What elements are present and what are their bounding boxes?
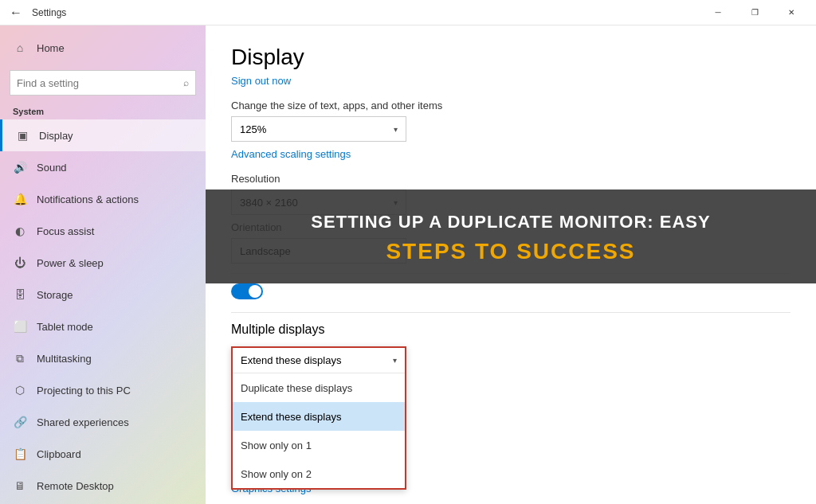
scale-label: Change the size of text, apps, and other… bbox=[231, 100, 790, 111]
home-icon: ⌂ bbox=[13, 41, 27, 55]
sidebar-item-projecting[interactable]: ⬡ Projecting to this PC bbox=[0, 374, 206, 406]
sidebar-item-power[interactable]: ⏻ Power & sleep bbox=[0, 247, 206, 279]
sign-out-link[interactable]: Sign out now bbox=[231, 75, 790, 87]
multitasking-icon: ⧉ bbox=[13, 351, 27, 365]
sidebar-item-home[interactable]: ⌂ Home bbox=[0, 32, 206, 64]
dropdown-current-value: Extend these displays bbox=[241, 354, 341, 366]
multiple-displays-dropdown[interactable]: Extend these displays ▾ Duplicate these … bbox=[231, 346, 406, 490]
dropdown-option-extend[interactable]: Extend these displays bbox=[233, 402, 405, 431]
multiple-displays-label: Multiple displays bbox=[231, 322, 790, 337]
scale-value: 125% bbox=[240, 123, 266, 135]
sidebar-clipboard-label: Clipboard bbox=[37, 448, 81, 460]
sidebar-storage-label: Storage bbox=[37, 289, 73, 301]
power-icon: ⏻ bbox=[13, 256, 27, 270]
sidebar-home-label: Home bbox=[37, 42, 65, 54]
resolution-label: Resolution bbox=[231, 173, 790, 185]
minimize-button[interactable]: ─ bbox=[700, 0, 736, 25]
back-button[interactable]: ← bbox=[6, 3, 26, 22]
sidebar-shared-label: Shared experiences bbox=[37, 416, 129, 428]
dropdown-trigger[interactable]: Extend these displays ▾ bbox=[233, 348, 405, 373]
divider-2 bbox=[231, 312, 790, 313]
sidebar-item-display[interactable]: ▣ Display bbox=[0, 119, 206, 151]
restore-button[interactable]: ❐ bbox=[736, 0, 773, 25]
search-icon: ⌕ bbox=[183, 77, 189, 88]
overlay-title: SETTING UP A DUPLICATE MONITOR: EASY bbox=[222, 212, 800, 232]
sidebar-item-notifications[interactable]: 🔔 Notifications & actions bbox=[0, 183, 206, 215]
dropdown-open-arrow: ▾ bbox=[393, 356, 397, 365]
brightness-toggle[interactable] bbox=[231, 283, 263, 299]
title-bar: ← Settings ─ ❐ ✕ bbox=[0, 0, 816, 25]
sidebar-item-remote[interactable]: 🖥 Remote Desktop bbox=[0, 470, 206, 502]
sidebar-tablet-label: Tablet mode bbox=[37, 321, 93, 333]
sidebar-display-label: Display bbox=[39, 130, 73, 142]
sidebar-item-shared[interactable]: 🔗 Shared experiences bbox=[0, 406, 206, 438]
sound-icon: 🔊 bbox=[13, 160, 27, 174]
dropdown-option-duplicate[interactable]: Duplicate these displays bbox=[233, 373, 405, 402]
sidebar-item-focus[interactable]: ◐ Focus assist bbox=[0, 215, 206, 247]
sidebar: ⌂ Home ⌕ System ▣ Display 🔊 Sound 🔔 Not bbox=[0, 25, 206, 504]
advanced-scaling-link[interactable]: Advanced scaling settings bbox=[231, 148, 790, 160]
sidebar-focus-label: Focus assist bbox=[37, 225, 94, 237]
window-title: Settings bbox=[32, 7, 66, 18]
dropdown-option-only2[interactable]: Show only on 2 bbox=[233, 459, 405, 488]
sidebar-item-multitasking[interactable]: ⧉ Multitasking bbox=[0, 342, 206, 374]
remote-icon: 🖥 bbox=[13, 479, 27, 493]
sidebar-power-label: Power & sleep bbox=[37, 257, 104, 269]
close-button[interactable]: ✕ bbox=[773, 0, 810, 25]
display-icon: ▣ bbox=[15, 128, 29, 143]
sidebar-remote-label: Remote Desktop bbox=[37, 480, 114, 492]
toggle-row bbox=[231, 283, 790, 299]
window-controls: ─ ❐ ✕ bbox=[700, 0, 810, 25]
sidebar-item-tablet[interactable]: ⬜ Tablet mode bbox=[0, 311, 206, 342]
settings-window: ← Settings ─ ❐ ✕ ⌂ Home ⌕ System bbox=[0, 0, 816, 504]
toggle-knob bbox=[249, 285, 261, 298]
sidebar-sound-label: Sound bbox=[37, 162, 67, 174]
sidebar-item-sound[interactable]: 🔊 Sound bbox=[0, 151, 206, 183]
storage-icon: 🗄 bbox=[13, 287, 27, 302]
sidebar-section-system: System bbox=[0, 102, 206, 119]
sidebar-multitasking-label: Multitasking bbox=[37, 353, 92, 365]
scale-dropdown[interactable]: 125% ▾ bbox=[231, 116, 406, 142]
clipboard-icon: 📋 bbox=[13, 447, 27, 461]
tablet-icon: ⬜ bbox=[13, 319, 27, 334]
notifications-icon: 🔔 bbox=[13, 192, 27, 206]
focus-icon: ◐ bbox=[13, 224, 27, 238]
scale-dropdown-arrow: ▾ bbox=[394, 125, 398, 134]
sidebar-search-box[interactable]: ⌕ bbox=[10, 70, 196, 96]
sidebar-item-storage[interactable]: 🗄 Storage bbox=[0, 279, 206, 311]
overlay-subtitle: STEPS TO SUCCESS bbox=[222, 239, 800, 264]
overlay-banner: SETTING UP A DUPLICATE MONITOR: EASY STE… bbox=[206, 189, 816, 283]
dropdown-option-only1[interactable]: Show only on 1 bbox=[233, 431, 405, 459]
sidebar-projecting-label: Projecting to this PC bbox=[37, 385, 131, 397]
sidebar-item-clipboard[interactable]: 📋 Clipboard bbox=[0, 438, 206, 470]
search-input[interactable] bbox=[17, 77, 183, 89]
projecting-icon: ⬡ bbox=[13, 383, 27, 397]
page-title: Display bbox=[231, 45, 790, 70]
sidebar-notifications-label: Notifications & actions bbox=[37, 193, 139, 205]
shared-icon: 🔗 bbox=[13, 415, 27, 429]
title-bar-left: ← Settings bbox=[6, 3, 700, 22]
